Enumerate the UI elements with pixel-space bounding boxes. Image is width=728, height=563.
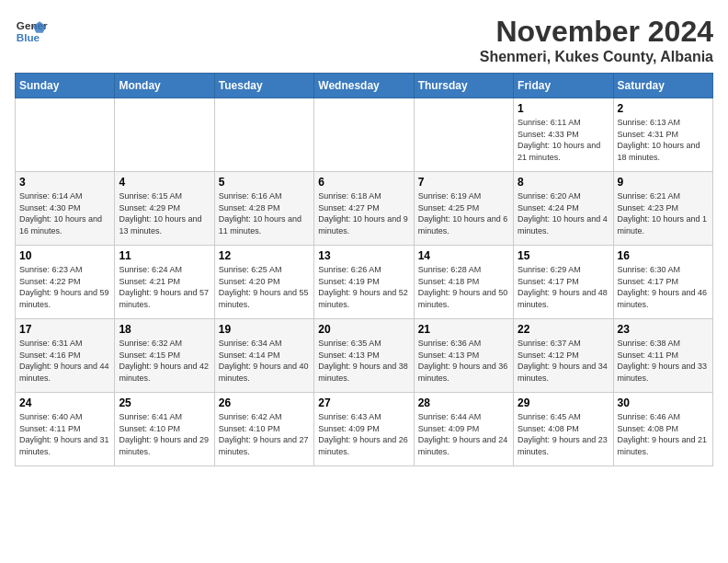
day-info: Sunrise: 6:20 AM Sunset: 4:24 PM Dayligh… [518,190,609,236]
calendar-cell [16,98,115,172]
day-info: Sunrise: 6:19 AM Sunset: 4:25 PM Dayligh… [418,190,509,236]
day-number: 3 [19,176,110,189]
day-number: 24 [19,396,110,409]
day-info: Sunrise: 6:24 AM Sunset: 4:21 PM Dayligh… [119,264,210,310]
day-info: Sunrise: 6:44 AM Sunset: 4:09 PM Dayligh… [418,411,509,457]
calendar-week: 1Sunrise: 6:11 AM Sunset: 4:33 PM Daylig… [16,98,713,172]
calendar-cell: 5Sunrise: 6:16 AM Sunset: 4:28 PM Daylig… [214,172,313,246]
day-number: 9 [618,176,709,189]
day-number: 6 [318,176,409,189]
day-info: Sunrise: 6:14 AM Sunset: 4:30 PM Dayligh… [19,190,110,236]
day-number: 19 [219,323,310,336]
calendar-cell: 1Sunrise: 6:11 AM Sunset: 4:33 PM Daylig… [514,98,613,172]
day-info: Sunrise: 6:13 AM Sunset: 4:31 PM Dayligh… [618,117,709,163]
day-number: 4 [119,176,210,189]
day-info: Sunrise: 6:35 AM Sunset: 4:13 PM Dayligh… [318,338,409,384]
calendar-cell: 24Sunrise: 6:40 AM Sunset: 4:11 PM Dayli… [16,393,115,466]
location-title: Shenmeri, Kukes County, Albania [480,49,713,65]
calendar-cell: 21Sunrise: 6:36 AM Sunset: 4:13 PM Dayli… [414,319,513,393]
calendar-cell: 15Sunrise: 6:29 AM Sunset: 4:17 PM Dayli… [514,246,613,319]
calendar-cell [115,98,214,172]
day-info: Sunrise: 6:18 AM Sunset: 4:27 PM Dayligh… [318,190,409,236]
day-number: 5 [219,176,310,189]
day-info: Sunrise: 6:32 AM Sunset: 4:15 PM Dayligh… [119,338,210,384]
day-info: Sunrise: 6:41 AM Sunset: 4:10 PM Dayligh… [119,411,210,457]
day-number: 25 [119,396,210,409]
day-info: Sunrise: 6:23 AM Sunset: 4:22 PM Dayligh… [19,264,110,310]
calendar-cell: 8Sunrise: 6:20 AM Sunset: 4:24 PM Daylig… [514,172,613,246]
day-number: 8 [518,176,609,189]
calendar-cell: 16Sunrise: 6:30 AM Sunset: 4:17 PM Dayli… [613,246,712,319]
calendar-cell: 19Sunrise: 6:34 AM Sunset: 4:14 PM Dayli… [214,319,313,393]
day-number: 13 [318,249,409,262]
day-info: Sunrise: 6:28 AM Sunset: 4:18 PM Dayligh… [418,264,509,310]
day-info: Sunrise: 6:16 AM Sunset: 4:28 PM Dayligh… [219,190,310,236]
calendar-cell: 29Sunrise: 6:45 AM Sunset: 4:08 PM Dayli… [514,393,613,466]
weekday-header: Wednesday [314,74,414,98]
day-info: Sunrise: 6:36 AM Sunset: 4:13 PM Dayligh… [418,338,509,384]
day-number: 7 [418,176,509,189]
calendar-table: SundayMondayTuesdayWednesdayThursdayFrid… [15,73,713,466]
day-number: 23 [618,323,709,336]
day-info: Sunrise: 6:40 AM Sunset: 4:11 PM Dayligh… [19,411,110,457]
day-info: Sunrise: 6:42 AM Sunset: 4:10 PM Dayligh… [219,411,310,457]
calendar-cell: 18Sunrise: 6:32 AM Sunset: 4:15 PM Dayli… [115,319,214,393]
month-title: November 2024 [480,15,713,49]
calendar-week: 10Sunrise: 6:23 AM Sunset: 4:22 PM Dayli… [16,246,713,319]
calendar-week: 24Sunrise: 6:40 AM Sunset: 4:11 PM Dayli… [16,393,713,466]
weekday-header: Thursday [414,74,513,98]
header: General Blue November 2024 Shenmeri, Kuk… [15,15,713,65]
day-number: 29 [518,396,609,409]
day-info: Sunrise: 6:25 AM Sunset: 4:20 PM Dayligh… [219,264,310,310]
calendar-cell: 4Sunrise: 6:15 AM Sunset: 4:29 PM Daylig… [115,172,214,246]
day-info: Sunrise: 6:43 AM Sunset: 4:09 PM Dayligh… [318,411,409,457]
calendar-cell [314,98,414,172]
day-info: Sunrise: 6:29 AM Sunset: 4:17 PM Dayligh… [518,264,609,310]
day-number: 15 [518,249,609,262]
calendar-week: 17Sunrise: 6:31 AM Sunset: 4:16 PM Dayli… [16,319,713,393]
calendar-cell: 23Sunrise: 6:38 AM Sunset: 4:11 PM Dayli… [613,319,712,393]
weekday-header: Friday [514,74,613,98]
day-info: Sunrise: 6:34 AM Sunset: 4:14 PM Dayligh… [219,338,310,384]
logo-icon: General Blue [15,15,48,48]
day-number: 11 [119,249,210,262]
calendar-cell: 30Sunrise: 6:46 AM Sunset: 4:08 PM Dayli… [613,393,712,466]
logo: General Blue [15,15,48,48]
day-number: 14 [418,249,509,262]
calendar-cell: 6Sunrise: 6:18 AM Sunset: 4:27 PM Daylig… [314,172,414,246]
day-number: 2 [618,102,709,115]
day-info: Sunrise: 6:31 AM Sunset: 4:16 PM Dayligh… [19,338,110,384]
calendar-cell: 17Sunrise: 6:31 AM Sunset: 4:16 PM Dayli… [16,319,115,393]
day-info: Sunrise: 6:26 AM Sunset: 4:19 PM Dayligh… [318,264,409,310]
day-info: Sunrise: 6:37 AM Sunset: 4:12 PM Dayligh… [518,338,609,384]
calendar-cell: 20Sunrise: 6:35 AM Sunset: 4:13 PM Dayli… [314,319,414,393]
day-number: 17 [19,323,110,336]
day-info: Sunrise: 6:11 AM Sunset: 4:33 PM Dayligh… [518,117,609,163]
calendar-cell: 2Sunrise: 6:13 AM Sunset: 4:31 PM Daylig… [613,98,712,172]
calendar-cell: 10Sunrise: 6:23 AM Sunset: 4:22 PM Dayli… [16,246,115,319]
calendar-cell: 7Sunrise: 6:19 AM Sunset: 4:25 PM Daylig… [414,172,513,246]
day-number: 20 [318,323,409,336]
day-info: Sunrise: 6:46 AM Sunset: 4:08 PM Dayligh… [618,411,709,457]
calendar-cell: 25Sunrise: 6:41 AM Sunset: 4:10 PM Dayli… [115,393,214,466]
day-info: Sunrise: 6:38 AM Sunset: 4:11 PM Dayligh… [618,338,709,384]
calendar-week: 3Sunrise: 6:14 AM Sunset: 4:30 PM Daylig… [16,172,713,246]
calendar-cell [414,98,513,172]
day-number: 26 [219,396,310,409]
weekday-header: Sunday [16,74,115,98]
title-area: November 2024 Shenmeri, Kukes County, Al… [480,15,713,65]
day-number: 27 [318,396,409,409]
weekday-header: Monday [115,74,214,98]
calendar-cell: 12Sunrise: 6:25 AM Sunset: 4:20 PM Dayli… [214,246,313,319]
calendar-cell: 11Sunrise: 6:24 AM Sunset: 4:21 PM Dayli… [115,246,214,319]
calendar-cell: 3Sunrise: 6:14 AM Sunset: 4:30 PM Daylig… [16,172,115,246]
day-info: Sunrise: 6:21 AM Sunset: 4:23 PM Dayligh… [618,190,709,236]
calendar-cell: 27Sunrise: 6:43 AM Sunset: 4:09 PM Dayli… [314,393,414,466]
calendar-cell: 26Sunrise: 6:42 AM Sunset: 4:10 PM Dayli… [214,393,313,466]
calendar-cell: 28Sunrise: 6:44 AM Sunset: 4:09 PM Dayli… [414,393,513,466]
day-number: 18 [119,323,210,336]
calendar-header: SundayMondayTuesdayWednesdayThursdayFrid… [16,74,713,98]
day-number: 16 [618,249,709,262]
day-number: 22 [518,323,609,336]
day-number: 12 [219,249,310,262]
